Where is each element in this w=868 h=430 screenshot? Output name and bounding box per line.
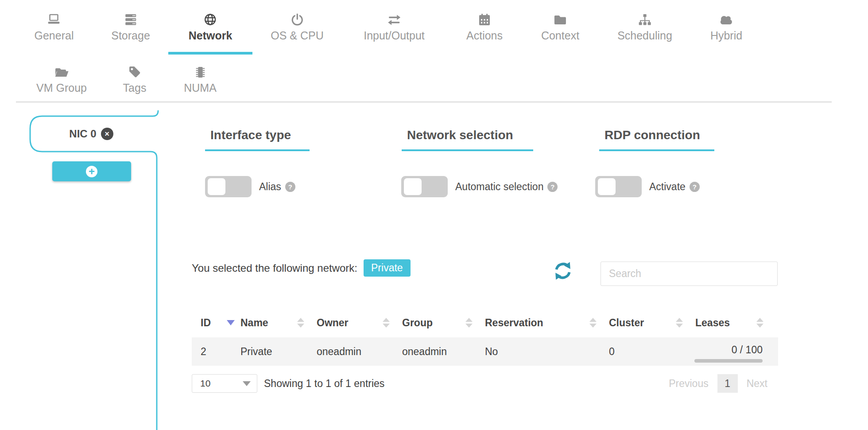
rdp-activate-toggle-label: Activate [649,181,686,193]
rdp-activate-toggle-row: Activate ? [595,176,700,197]
tab-vm-group[interactable]: VM Group [36,64,87,94]
cell-reservation: No [485,337,609,366]
cell-leases: 0 / 100 [695,337,769,366]
header-group[interactable]: Group [402,308,485,337]
sort-icon [465,318,473,328]
folder-open-icon [54,64,69,79]
tab-label: Tags [123,82,147,94]
header-owner[interactable]: Owner [317,308,402,337]
tab-label: General [35,29,74,42]
tab-label: Input/Output [364,29,425,42]
tab-tags[interactable]: Tags [123,64,147,94]
sort-icon [756,318,763,328]
next-page-button[interactable]: Next [747,378,767,390]
selected-network-text: You selected the following network: [192,262,357,274]
tab-input-output[interactable]: Input/Output [364,12,425,42]
table-row[interactable]: 2 Private oneadmin oneadmin No 0 0 / 100 [192,337,778,366]
table-footer: 10 Showing 1 to 1 of 1 entries Previous … [192,374,778,393]
tab-label: Context [541,29,579,42]
automatic-selection-toggle-row: Automatic selection ? [401,176,558,197]
interface-type-heading: Interface type [205,128,310,151]
question-circle-icon[interactable]: ? [285,182,295,192]
header-name[interactable]: Name [240,308,317,337]
tab-network[interactable]: Network [189,12,232,42]
leases-progress-bar [694,359,763,363]
active-tab-underline [168,52,252,55]
cell-id: 2 [192,337,240,366]
selected-network-badge: Private [364,259,411,277]
tab-scheduling[interactable]: Scheduling [617,12,672,42]
nic-tab-0[interactable]: NIC 0 ✕ [32,117,151,151]
server-icon [124,12,138,27]
calendar-icon [478,12,491,27]
tab-hybrid[interactable]: Hybrid [710,12,742,42]
sort-icon [297,318,304,328]
globe-icon [204,12,217,27]
tag-icon [128,64,141,79]
tab-actions[interactable]: Actions [466,12,503,42]
tab-label: Network [189,29,232,42]
tab-label: OS & CPU [271,29,323,42]
automatic-selection-toggle-label: Automatic selection [455,181,543,193]
sort-desc-icon [227,320,235,325]
tab-label: Actions [466,29,503,42]
header-id[interactable]: ID [192,308,240,337]
cell-group: oneadmin [402,337,485,366]
question-circle-icon[interactable]: ? [547,182,558,192]
pagination: Previous 1 Next [669,374,767,393]
rdp-activate-toggle[interactable] [595,176,642,197]
tab-general[interactable]: General [35,12,74,42]
showing-entries-text: Showing 1 to 1 of 1 entries [264,378,384,390]
laptop-icon [46,12,62,27]
alias-toggle[interactable] [205,176,252,197]
vm-create-wizard-network-page: General Storage Network OS & CPU Input/O… [0,0,868,430]
refresh-icon[interactable] [554,262,572,280]
tab-label: Hybrid [710,29,742,42]
caret-down-icon [243,381,251,386]
search-input[interactable] [601,262,778,286]
vnet-table: ID Name Owner Group Reservation Cluster [192,308,778,393]
alias-toggle-row: Alias ? [205,176,295,197]
table-header-row: ID Name Owner Group Reservation Cluster [192,308,778,337]
page-length-select[interactable]: 10 [192,374,257,393]
tab-storage[interactable]: Storage [111,12,150,42]
cell-name: Private [240,337,317,366]
header-reservation[interactable]: Reservation [485,308,609,337]
current-page-button[interactable]: 1 [717,374,738,393]
sort-icon [589,318,597,328]
tabbar-divider [16,101,832,103]
leases-value: 0 / 100 [732,344,763,356]
sitemap-icon [637,12,652,27]
tab-numa[interactable]: NUMA [184,64,217,94]
tab-label: VM Group [36,82,87,94]
power-icon [291,12,304,27]
selected-network-row: You selected the following network: Priv… [192,259,411,277]
toggle-knob [598,178,616,195]
toggle-knob [404,178,422,195]
header-leases[interactable]: Leases [695,308,769,337]
tab-label: NUMA [184,82,217,94]
tab-label: Scheduling [617,29,672,42]
cell-owner: oneadmin [317,337,402,366]
toggle-knob [208,178,225,195]
alias-toggle-label: Alias [259,181,281,193]
nic-tab-label: NIC 0 [69,128,96,140]
cell-cluster: 0 [609,337,695,366]
microchip-icon [194,64,207,79]
tab-os-cpu[interactable]: OS & CPU [271,12,323,42]
network-selection-heading: Network selection [402,128,533,151]
add-nic-button[interactable]: + [52,161,131,181]
rdp-connection-heading: RDP connection [599,128,714,151]
sort-icon [676,318,683,328]
plus-circle-icon: + [86,166,97,177]
header-cluster[interactable]: Cluster [609,308,695,337]
tab-context[interactable]: Context [541,12,579,42]
sort-icon [383,318,390,328]
exchange-icon [387,12,402,27]
nic-tab-bracket [0,0,177,430]
previous-page-button[interactable]: Previous [669,378,708,390]
question-circle-icon[interactable]: ? [690,182,700,192]
folder-icon [553,12,567,27]
close-icon[interactable]: ✕ [101,128,113,140]
automatic-selection-toggle[interactable] [401,176,448,197]
